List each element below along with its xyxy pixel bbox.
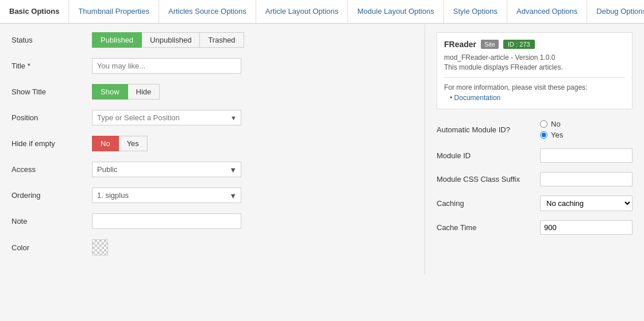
position-row: Position ▼ bbox=[11, 110, 413, 125]
hide-if-empty-label: Hide if empty bbox=[11, 139, 92, 148]
color-swatch[interactable] bbox=[92, 239, 108, 255]
main-content: Status Published Unpublished Trashed Tit… bbox=[0, 24, 644, 274]
tab-articles-source-options[interactable]: Articles Source Options bbox=[159, 0, 256, 23]
site-badge: Site bbox=[481, 40, 499, 49]
css-class-suffix-row: Module CSS Class Suffix bbox=[437, 172, 633, 186]
documentation-link[interactable]: Documentation bbox=[450, 94, 500, 102]
id-badge: ID : 273 bbox=[503, 40, 535, 49]
status-trashed-button[interactable]: Trashed bbox=[200, 32, 244, 48]
auto-module-id-yes-radio[interactable] bbox=[540, 131, 547, 139]
position-input-wrap: ▼ bbox=[92, 110, 241, 125]
access-select[interactable]: Public Registered Special bbox=[92, 162, 241, 177]
color-row: Color bbox=[11, 239, 413, 255]
auto-module-id-control: No Yes bbox=[540, 120, 633, 139]
cache-time-input[interactable] bbox=[540, 220, 633, 235]
auto-module-id-radio-group: No Yes bbox=[540, 120, 633, 139]
color-label: Color bbox=[11, 243, 92, 252]
title-label: Title * bbox=[11, 62, 92, 70]
info-separator bbox=[444, 77, 625, 78]
hide-if-empty-yes-button[interactable]: Yes bbox=[119, 136, 148, 151]
access-row: Access Public Registered Special ▼ bbox=[11, 162, 413, 177]
tab-basic-options[interactable]: Basic Options bbox=[0, 0, 69, 24]
access-select-wrap: Public Registered Special ▼ bbox=[92, 162, 241, 177]
module-info-box: FReader Site ID : 273 mod_FReader-articl… bbox=[437, 32, 633, 109]
auto-module-id-no-radio[interactable] bbox=[540, 120, 547, 128]
position-input[interactable] bbox=[92, 110, 241, 125]
title-row: Title * bbox=[11, 58, 413, 74]
more-info-text: For more information, please visit these… bbox=[444, 83, 625, 91]
module-title: FReader bbox=[444, 40, 476, 49]
hide-if-empty-row: Hide if empty No Yes bbox=[11, 136, 413, 151]
show-button[interactable]: Show bbox=[92, 84, 128, 100]
caching-control: No caching Use global bbox=[540, 196, 633, 211]
info-box-header: FReader Site ID : 273 bbox=[444, 40, 625, 49]
tab-thumbnail-properties[interactable]: Thumbnail Properties bbox=[69, 0, 159, 23]
auto-module-id-no-label: No bbox=[551, 120, 561, 128]
color-control bbox=[92, 239, 413, 255]
tab-debug-options[interactable]: Debug Options bbox=[587, 0, 644, 23]
status-row: Status Published Unpublished Trashed bbox=[11, 32, 413, 48]
title-input[interactable] bbox=[92, 58, 241, 74]
module-id-row: Module ID bbox=[437, 148, 633, 163]
status-control: Published Unpublished Trashed bbox=[92, 32, 413, 48]
show-title-label: Show Title bbox=[11, 87, 92, 96]
note-input[interactable] bbox=[92, 213, 241, 229]
auto-module-id-yes-label: Yes bbox=[551, 131, 563, 139]
ordering-row: Ordering 1. sigplus ▼ bbox=[11, 188, 413, 203]
ordering-select-wrap: 1. sigplus ▼ bbox=[92, 188, 241, 203]
note-row: Note bbox=[11, 213, 413, 229]
title-control bbox=[92, 58, 413, 74]
right-panel: FReader Site ID : 273 mod_FReader-articl… bbox=[425, 24, 644, 274]
auto-module-id-no-option[interactable]: No bbox=[540, 120, 633, 128]
css-class-suffix-label: Module CSS Class Suffix bbox=[437, 175, 540, 184]
status-unpublished-button[interactable]: Unpublished bbox=[142, 32, 200, 48]
tab-article-layout-options[interactable]: Article Layout Options bbox=[256, 0, 348, 23]
note-control bbox=[92, 213, 413, 229]
caching-label: Caching bbox=[437, 199, 540, 208]
hide-if-empty-control: No Yes bbox=[92, 136, 413, 151]
position-control: ▼ bbox=[92, 110, 413, 125]
note-label: Note bbox=[11, 217, 92, 226]
css-class-suffix-control bbox=[540, 172, 633, 186]
module-id-label: Module ID bbox=[437, 151, 540, 160]
css-class-suffix-input[interactable] bbox=[540, 172, 633, 186]
cache-time-label: Cache Time bbox=[437, 223, 540, 232]
status-button-group: Published Unpublished Trashed bbox=[92, 32, 413, 48]
show-title-button-group: Show Hide bbox=[92, 84, 413, 100]
left-panel: Status Published Unpublished Trashed Tit… bbox=[0, 24, 425, 274]
module-id-input[interactable] bbox=[540, 148, 633, 163]
tab-style-options[interactable]: Style Options bbox=[444, 0, 507, 23]
hide-button[interactable]: Hide bbox=[128, 84, 160, 100]
module-id-control bbox=[540, 148, 633, 163]
status-label: Status bbox=[11, 36, 92, 44]
auto-module-id-label: Automatic Module ID? bbox=[437, 125, 540, 134]
module-version: mod_FReader-article - Version 1.0.0 bbox=[444, 54, 625, 62]
ordering-label: Ordering bbox=[11, 191, 92, 200]
ordering-control: 1. sigplus ▼ bbox=[92, 188, 413, 203]
tab-module-layout-options[interactable]: Module Layout Options bbox=[348, 0, 444, 23]
show-title-control: Show Hide bbox=[92, 84, 413, 100]
ordering-select[interactable]: 1. sigplus bbox=[92, 188, 241, 203]
access-label: Access bbox=[11, 165, 92, 174]
tabs-bar: Basic Options Thumbnail Properties Artic… bbox=[0, 0, 644, 24]
auto-module-id-yes-option[interactable]: Yes bbox=[540, 131, 633, 139]
hide-if-empty-button-group: No Yes bbox=[92, 136, 413, 151]
cache-time-control bbox=[540, 220, 633, 235]
auto-module-id-row: Automatic Module ID? No Yes bbox=[437, 120, 633, 139]
status-published-button[interactable]: Published bbox=[92, 32, 142, 48]
caching-row: Caching No caching Use global bbox=[437, 196, 633, 211]
caching-select[interactable]: No caching Use global bbox=[540, 196, 633, 211]
access-control: Public Registered Special ▼ bbox=[92, 162, 413, 177]
module-description: This module displays FReader articles. bbox=[444, 63, 625, 71]
cache-time-row: Cache Time bbox=[437, 220, 633, 235]
hide-if-empty-no-button[interactable]: No bbox=[92, 136, 119, 151]
position-label: Position bbox=[11, 113, 92, 122]
show-title-row: Show Title Show Hide bbox=[11, 84, 413, 100]
tab-advanced-options[interactable]: Advanced Options bbox=[507, 0, 587, 23]
